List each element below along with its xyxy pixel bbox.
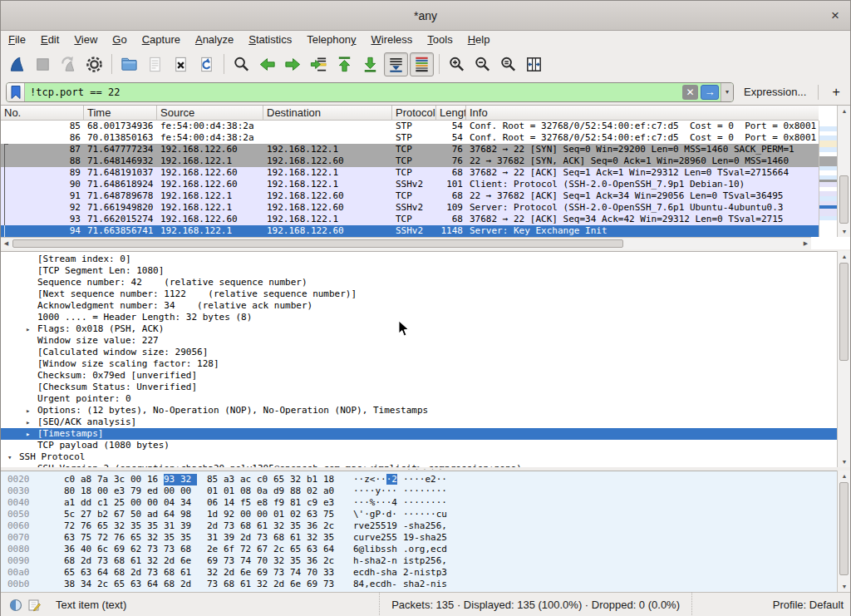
scrollbar-thumb[interactable] <box>12 239 623 248</box>
window-close-icon[interactable]: × <box>827 7 844 24</box>
collapsed-arrow-icon[interactable]: ▸ <box>26 416 30 428</box>
collapsed-arrow-icon[interactable]: ▸ <box>26 323 30 335</box>
detail-line[interactable]: ▸Flags: 0x018 (PSH, ACK) <box>1 323 850 335</box>
column-header-no[interactable]: No. <box>1 106 84 121</box>
filter-dropdown-caret[interactable]: ▾ <box>721 82 733 102</box>
status-profile[interactable]: Profile: Default <box>773 593 844 616</box>
go-to-packet-button[interactable] <box>307 52 331 76</box>
scroll-down-icon[interactable]: ▼ <box>838 456 851 467</box>
go-first-button[interactable] <box>332 52 357 76</box>
expert-info-icon[interactable] <box>9 599 22 612</box>
detail-line[interactable]: ▸[SEQ/ACK analysis] <box>1 416 850 428</box>
column-header-time[interactable]: Time <box>84 106 157 121</box>
menu-capture[interactable]: Capture <box>135 31 188 49</box>
menu-wireless[interactable]: Wireless <box>364 31 421 49</box>
menu-edit[interactable]: Edit <box>33 31 66 49</box>
packet-row-87[interactable]: 8771.647777234192.168.122.60192.168.122.… <box>1 144 819 155</box>
packet-row-92[interactable]: 9271.661949820192.168.122.1192.168.122.6… <box>1 202 819 214</box>
hex-vscrollbar[interactable]: ▲ ▼ <box>837 471 850 592</box>
file-reload-button[interactable] <box>194 52 219 76</box>
scroll-left-icon[interactable]: ◀ <box>1 238 12 249</box>
zoom-in-button[interactable] <box>445 52 469 76</box>
intelligent-scrollbar-minimap[interactable] <box>819 121 837 237</box>
expression-button[interactable]: Expression... <box>744 86 806 98</box>
go-last-button[interactable] <box>358 52 382 76</box>
detail-line[interactable]: TCP payload (1080 bytes) <box>1 440 850 451</box>
details-vscrollbar[interactable]: ▲ ▼ <box>837 251 850 467</box>
hex-row-0030[interactable]: 0030801800e379ed00000101080ad98802a0····… <box>1 485 850 497</box>
packet-row-85[interactable]: 8568.001734936fe:54:00:d4:38:2aSTP54Conf… <box>1 121 819 132</box>
column-header-length[interactable]: Length <box>436 106 466 121</box>
detail-line[interactable]: [Stream index: 0] <box>1 254 850 265</box>
menu-view[interactable]: View <box>66 31 105 49</box>
packet-row-94[interactable]: 9471.663856741192.168.122.1192.168.122.6… <box>1 225 819 237</box>
scrollbar-thumb[interactable] <box>839 263 849 361</box>
go-forward-button[interactable] <box>281 52 305 76</box>
file-close-button[interactable] <box>169 52 193 76</box>
menu-statistics[interactable]: Statistics <box>241 31 299 49</box>
display-filter-input[interactable]: !tcp.port == 22 <box>25 86 682 98</box>
hex-row-00a0[interactable]: 00a0656364682d736861322d6e6973747033ecdh… <box>1 567 850 579</box>
hex-row-0080[interactable]: 008036406c69627373682e6f72672c6563646@li… <box>1 544 850 555</box>
filter-apply-button[interactable]: → <box>701 85 719 100</box>
menu-help[interactable]: Help <box>460 31 498 49</box>
zoom-out-button[interactable] <box>470 52 494 76</box>
hex-row-0060[interactable]: 006072766532353531392d7368613235362crve2… <box>1 520 850 532</box>
capture-restart-button[interactable] <box>57 52 81 76</box>
packet-row-91[interactable]: 9171.648789678192.168.122.1192.168.122.6… <box>1 190 819 202</box>
menu-analyze[interactable]: Analyze <box>188 31 241 49</box>
packet-row-86[interactable]: 8670.013850163fe:54:00:d4:38:2aSTP54Conf… <box>1 132 819 144</box>
column-header-source[interactable]: Source <box>157 106 263 121</box>
scroll-up-icon[interactable]: ▲ <box>838 251 851 262</box>
hex-row-0040[interactable]: 0040a1ddc125000004340614f5e8f981c9e3···%… <box>1 497 850 509</box>
auto-scroll-button[interactable] <box>384 52 408 76</box>
expanded-arrow-icon[interactable]: ▾ <box>7 451 12 463</box>
capture-stop-button[interactable] <box>31 52 55 76</box>
add-filter-button[interactable]: + <box>827 85 845 100</box>
filter-clear-button[interactable]: ✕ <box>682 85 698 100</box>
detail-line[interactable]: Sequence number: 42 (relative sequence n… <box>1 277 850 288</box>
column-header-destination[interactable]: Destination <box>263 106 392 121</box>
hex-row-0090[interactable]: 0090682d736861322d6e697374703235362ch-sh… <box>1 555 850 567</box>
capture-start-button[interactable] <box>5 52 29 76</box>
detail-line[interactable]: [Window size scaling factor: 128] <box>1 358 850 370</box>
detail-line[interactable]: ▾SSH Protocol <box>1 451 850 463</box>
display-filter-field[interactable]: !tcp.port == 22 ✕ → ▾ <box>6 82 734 102</box>
colorize-button[interactable] <box>410 52 434 76</box>
detail-line[interactable]: Checksum: 0x79ed [unverified] <box>1 370 850 382</box>
scroll-down-icon[interactable]: ▼ <box>838 226 851 237</box>
column-header-protocol[interactable]: Protocol <box>392 106 436 121</box>
scroll-up-icon[interactable]: ▲ <box>838 471 851 481</box>
packet-row-93[interactable]: 9371.662015274192.168.122.60192.168.122.… <box>1 214 819 225</box>
hex-row-00b0[interactable]: 00b038342c656364682d736861322d6e697384,e… <box>1 579 850 590</box>
menu-go[interactable]: Go <box>105 31 134 49</box>
detail-line[interactable]: [Calculated window size: 29056] <box>1 347 850 358</box>
hex-row-0020[interactable]: 0020c0a87a3c0016933285a3acc06532b118··z<… <box>1 474 850 485</box>
menu-tools[interactable]: Tools <box>420 31 460 49</box>
packet-row-90[interactable]: 9071.648618924192.168.122.60192.168.122.… <box>1 179 819 190</box>
packet-row-88[interactable]: 8871.648146932192.168.122.1192.168.122.6… <box>1 155 819 167</box>
file-save-button[interactable] <box>143 52 167 76</box>
menu-file[interactable]: File <box>1 31 33 49</box>
column-header-info[interactable]: Info <box>466 106 819 121</box>
scroll-up-icon[interactable]: ▲ <box>838 106 851 116</box>
collapsed-arrow-icon[interactable]: ▸ <box>26 405 30 416</box>
file-open-button[interactable] <box>117 52 141 76</box>
detail-line[interactable]: Window size value: 227 <box>1 335 850 347</box>
scroll-down-icon[interactable]: ▼ <box>838 581 851 592</box>
packet-list-hscrollbar[interactable]: ◀ ▶ <box>1 237 811 249</box>
scrollbar-thumb[interactable] <box>839 482 849 575</box>
detail-line[interactable]: [Next sequence number: 1122 (relative se… <box>1 288 850 300</box>
resize-columns-button[interactable] <box>522 52 546 76</box>
hex-row-0050[interactable]: 00505c27b26750ad64981d92000001026375\'·g… <box>1 509 850 520</box>
filter-bookmark-button[interactable] <box>7 82 25 102</box>
scroll-right-icon[interactable]: ▶ <box>800 238 811 249</box>
capture-options-button[interactable] <box>82 52 106 76</box>
capture-comment-icon[interactable] <box>27 599 41 612</box>
menu-telephony[interactable]: Telephony <box>299 31 363 49</box>
packet-list-vscrollbar[interactable]: ▲ ▼ <box>837 106 850 237</box>
hex-row-0070[interactable]: 0070637572766532353531392d7368613235curv… <box>1 532 850 544</box>
detail-line[interactable]: [Checksum Status: Unverified] <box>1 382 850 393</box>
detail-line[interactable]: Acknowledgment number: 34 (relative ack … <box>1 300 850 312</box>
find-packet-button[interactable] <box>229 52 253 76</box>
